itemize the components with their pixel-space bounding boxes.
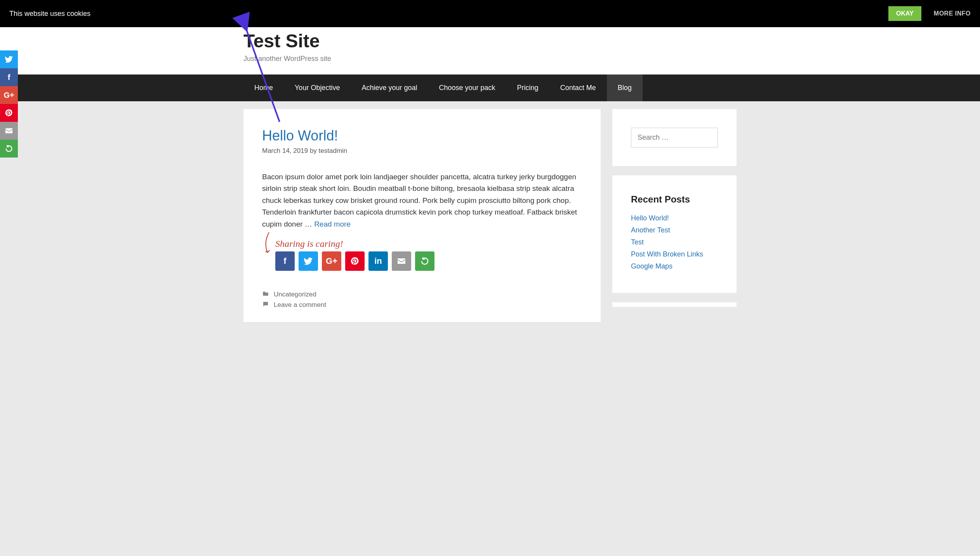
- side-share-facebook[interactable]: f: [0, 68, 18, 86]
- site-header: Test Site Just another WordPress site: [0, 27, 980, 74]
- facebook-icon: f: [283, 256, 286, 266]
- more-share-icon: [5, 144, 13, 153]
- share-googleplus[interactable]: G+: [322, 251, 341, 271]
- recent-post-link[interactable]: Another Test: [631, 226, 670, 234]
- comment-icon: [262, 301, 269, 310]
- email-icon: [397, 256, 406, 266]
- share-caption: Sharing is caring!: [275, 239, 434, 249]
- post-footer: Uncategorized Leave a comment: [262, 290, 582, 310]
- share-twitter[interactable]: [299, 251, 318, 271]
- linkedin-icon: in: [374, 256, 382, 266]
- googleplus-icon: G+: [326, 256, 337, 266]
- nav-pricing[interactable]: Pricing: [506, 74, 549, 101]
- pinterest-icon: [350, 256, 360, 266]
- nav-list: Home Your Objective Achieve your goal Ch…: [243, 74, 737, 101]
- post-byline-prefix: by: [310, 147, 317, 154]
- email-icon: [5, 126, 13, 135]
- recent-posts-widget: Recent Posts Hello World! Another Test T…: [612, 175, 737, 293]
- post-excerpt-text: Bacon ipsum dolor amet pork loin landjae…: [262, 173, 577, 228]
- side-share-twitter[interactable]: [0, 50, 18, 68]
- pinterest-icon: [5, 109, 13, 117]
- twitter-icon: [304, 256, 313, 266]
- recent-post-link[interactable]: Test: [631, 238, 644, 246]
- recent-post-link[interactable]: Hello World!: [631, 214, 669, 222]
- more-share-icon: [420, 256, 429, 266]
- post-category-link[interactable]: Uncategorized: [274, 291, 316, 298]
- share-more[interactable]: [415, 251, 434, 271]
- post-meta: March 14, 2019 by testadmin: [262, 147, 582, 155]
- cookie-bar: This website uses cookies OKAY MORE INFO: [0, 0, 980, 27]
- main-nav: Home Your Objective Achieve your goal Ch…: [0, 74, 980, 101]
- nav-home[interactable]: Home: [243, 74, 284, 101]
- nav-your-objective[interactable]: Your Objective: [284, 74, 351, 101]
- side-share-pinterest[interactable]: [0, 104, 18, 122]
- post-article: Hello World! March 14, 2019 by testadmin…: [243, 109, 601, 322]
- nav-choose-your-pack[interactable]: Choose your pack: [428, 74, 506, 101]
- post-date: March 14, 2019: [262, 147, 308, 154]
- post-excerpt: Bacon ipsum dolor amet pork loin landjae…: [262, 171, 582, 230]
- share-email[interactable]: [392, 251, 411, 271]
- googleplus-icon: G+: [3, 91, 14, 100]
- nav-achieve-your-goal[interactable]: Achieve your goal: [351, 74, 428, 101]
- folder-icon: [262, 290, 269, 299]
- recent-posts-list: Hello World! Another Test Test Post With…: [631, 214, 718, 270]
- side-share-bar: f G+: [0, 50, 18, 158]
- cookie-message: This website uses cookies: [9, 10, 90, 18]
- share-row: f G+ in: [275, 251, 434, 271]
- side-share-email[interactable]: [0, 122, 18, 140]
- widget-stub: [612, 302, 737, 307]
- recent-post-link[interactable]: Google Maps: [631, 262, 672, 270]
- share-pinterest[interactable]: [345, 251, 365, 271]
- cookie-actions: OKAY MORE INFO: [888, 6, 971, 21]
- share-linkedin[interactable]: in: [368, 251, 388, 271]
- cookie-okay-button[interactable]: OKAY: [888, 6, 921, 21]
- facebook-icon: f: [8, 73, 10, 82]
- nav-contact-me[interactable]: Contact Me: [549, 74, 607, 101]
- share-arrow-icon: [262, 230, 274, 259]
- post-title-link[interactable]: Hello World!: [262, 128, 338, 144]
- site-tagline: Just another WordPress site: [243, 55, 737, 63]
- nav-blog[interactable]: Blog: [607, 74, 643, 101]
- share-facebook[interactable]: f: [275, 251, 295, 271]
- cookie-more-info-link[interactable]: MORE INFO: [934, 10, 971, 17]
- leave-comment-link[interactable]: Leave a comment: [274, 301, 326, 309]
- side-share-more[interactable]: [0, 140, 18, 158]
- recent-posts-title: Recent Posts: [631, 194, 718, 205]
- twitter-icon: [5, 55, 13, 64]
- sidebar: Recent Posts Hello World! Another Test T…: [612, 109, 737, 322]
- read-more-link[interactable]: Read more: [314, 220, 351, 228]
- post-author-link[interactable]: testadmin: [319, 147, 348, 154]
- search-input[interactable]: [631, 128, 718, 147]
- side-share-googleplus[interactable]: G+: [0, 86, 18, 104]
- search-widget: [612, 109, 737, 166]
- site-title[interactable]: Test Site: [243, 30, 737, 52]
- recent-post-link[interactable]: Post With Broken Links: [631, 250, 703, 258]
